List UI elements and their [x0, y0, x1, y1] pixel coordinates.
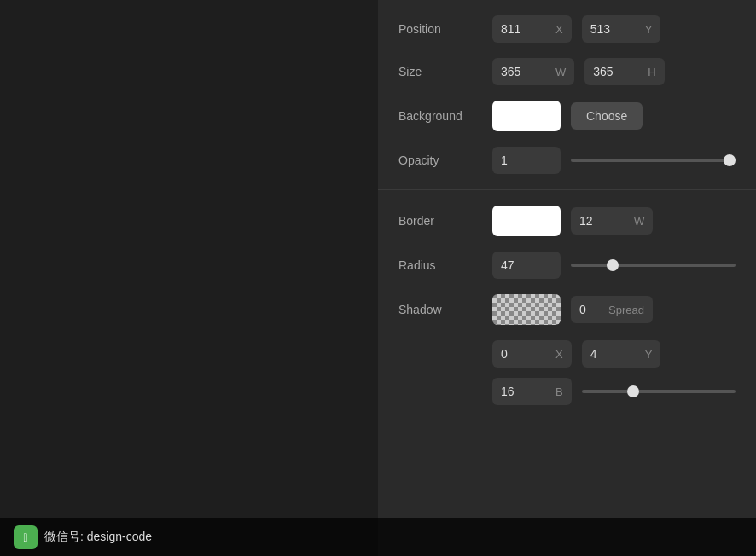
size-w-input[interactable] — [501, 58, 552, 85]
size-w-unit: W — [555, 66, 566, 78]
wechat-text: 微信号: design-code — [44, 530, 152, 545]
wechat-icon:  — [14, 525, 38, 549]
background-color-preview[interactable] — [492, 101, 561, 131]
opacity-field[interactable] — [492, 147, 561, 174]
left-canvas-panel — [0, 0, 378, 556]
opacity-label: Opacity — [398, 153, 492, 167]
position-label: Position — [398, 22, 492, 36]
shadow-x-field[interactable]: X — [492, 340, 572, 368]
border-row: Border W — [398, 206, 736, 236]
border-label: Border — [398, 214, 492, 228]
opacity-input[interactable] — [501, 147, 552, 174]
opacity-slider-container — [571, 159, 736, 162]
shadow-b-slider[interactable] — [582, 390, 736, 393]
position-y-input[interactable] — [590, 15, 642, 43]
border-w-input[interactable] — [579, 207, 631, 235]
size-w-field[interactable]: W — [492, 58, 574, 85]
shadow-b-input[interactable] — [501, 378, 552, 405]
border-w-field[interactable]: W — [571, 207, 653, 235]
choose-button[interactable]: Choose — [571, 102, 643, 130]
shadow-b-field[interactable]: B — [492, 378, 572, 405]
position-y-field[interactable]: Y — [582, 15, 661, 43]
radius-label: Radius — [398, 258, 492, 272]
position-y-unit: Y — [645, 23, 653, 36]
border-w-unit: W — [634, 215, 644, 228]
size-h-unit: H — [648, 66, 655, 78]
radius-slider[interactable] — [571, 264, 736, 267]
shadow-color-preview[interactable] — [492, 294, 561, 325]
shadow-b-slider-container — [582, 390, 736, 393]
shadow-y-field[interactable]: Y — [582, 340, 661, 368]
size-label: Size — [398, 65, 492, 78]
right-properties-panel: Position X Y Size W — [378, 0, 756, 556]
radius-field[interactable] — [492, 252, 561, 279]
shadow-spread-unit: Spread — [608, 304, 644, 316]
shadow-y-input[interactable] — [590, 340, 642, 368]
shadow-label: Shadow — [398, 303, 492, 316]
border-color-preview[interactable] — [492, 206, 561, 236]
shadow-xy-row: X Y — [492, 340, 736, 368]
shadow-b-unit: B — [555, 385, 563, 398]
shadow-spread-input[interactable] — [579, 296, 605, 323]
shadow-y-unit: Y — [645, 348, 653, 361]
radius-input[interactable] — [501, 252, 552, 279]
shadow-b-row: B — [492, 378, 736, 405]
position-x-field[interactable]: X — [492, 15, 572, 43]
transform-section: Position X Y Size W — [378, 0, 756, 190]
shadow-x-input[interactable] — [501, 340, 552, 368]
size-h-input[interactable] — [593, 58, 644, 85]
shadow-x-unit: X — [555, 348, 563, 361]
radius-slider-container — [571, 264, 736, 267]
shadow-row: Shadow Spread — [398, 294, 736, 325]
appearance-section: Border W Radius Shadow Spread — [378, 190, 756, 556]
background-label: Background — [398, 109, 492, 123]
position-fields: X Y — [492, 15, 660, 43]
background-row: Background Choose — [398, 101, 736, 131]
size-row: Size W H — [398, 58, 736, 85]
radius-row: Radius — [398, 252, 736, 279]
position-row: Position X Y — [398, 15, 736, 43]
wechat-bar:  微信号: design-code — [0, 518, 756, 556]
position-x-unit: X — [555, 23, 563, 36]
shadow-spread-field[interactable]: Spread — [571, 296, 653, 323]
opacity-slider[interactable] — [571, 159, 736, 162]
opacity-row: Opacity — [398, 147, 736, 174]
position-x-input[interactable] — [501, 15, 552, 43]
size-h-field[interactable]: H — [584, 58, 664, 85]
size-fields: W H — [492, 58, 665, 85]
